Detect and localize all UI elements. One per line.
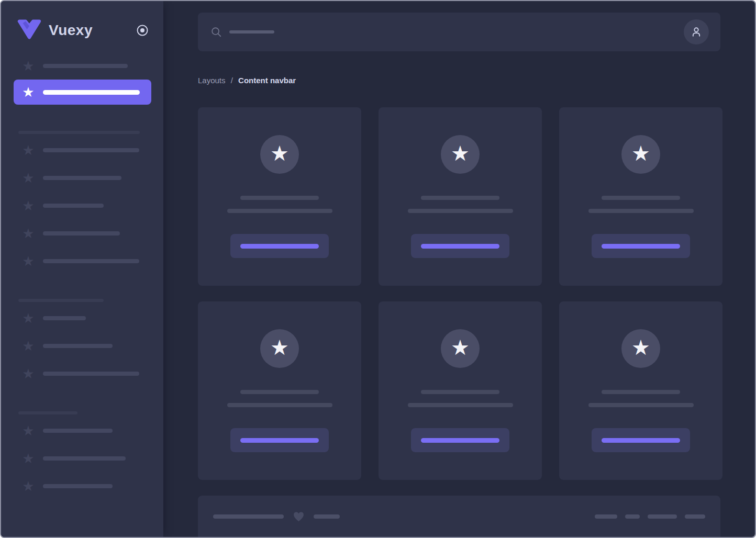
button-label-skeleton	[421, 438, 499, 443]
feature-card: ★	[198, 107, 361, 286]
menu-label-skeleton	[43, 316, 86, 320]
star-icon: ★	[22, 199, 35, 212]
sidebar-item[interactable]: ★	[22, 312, 151, 324]
card-action-button[interactable]	[592, 428, 690, 452]
card-action-button[interactable]	[411, 234, 509, 258]
menu-label-skeleton	[43, 484, 113, 488]
footer-link-skeleton[interactable]	[648, 514, 677, 519]
star-icon: ★	[270, 134, 289, 173]
footer-row	[213, 510, 705, 523]
card-avatar: ★	[621, 329, 660, 368]
sidebar-item[interactable]: ★	[22, 480, 151, 492]
sidebar-section-divider	[18, 299, 104, 302]
breadcrumb-separator: /	[231, 76, 233, 85]
search-placeholder-skeleton	[229, 30, 274, 33]
user-avatar-button[interactable]	[684, 19, 709, 44]
vuexy-logo-icon	[17, 19, 42, 41]
menu-label-skeleton	[43, 64, 128, 68]
sidebar-section-divider	[18, 131, 140, 134]
footer	[198, 496, 720, 538]
card-text-skeleton	[602, 390, 680, 394]
card-avatar: ★	[441, 135, 480, 174]
menu-label-skeleton	[43, 456, 126, 461]
card-text-skeleton	[421, 390, 499, 394]
card-avatar: ★	[441, 329, 480, 368]
breadcrumb: Layouts / Content navbar	[198, 76, 720, 85]
footer-text-skeleton	[314, 514, 340, 519]
sidebar-item[interactable]: ★	[22, 199, 151, 212]
sidebar-item[interactable]: ★	[22, 424, 151, 437]
sidebar-item[interactable]: ★	[22, 60, 151, 72]
sidebar-item-active[interactable]: ★	[14, 80, 151, 105]
sidebar-item[interactable]: ★	[22, 367, 151, 380]
menu-label-skeleton	[43, 204, 104, 208]
card-action-button[interactable]	[230, 234, 329, 258]
footer-links-group	[595, 514, 705, 519]
sidebar-item[interactable]: ★	[22, 227, 151, 240]
star-icon: ★	[22, 60, 35, 72]
card-action-button[interactable]	[592, 234, 690, 258]
star-icon: ★	[631, 134, 650, 173]
card-text-skeleton	[240, 390, 319, 394]
brand: Vuexy	[17, 19, 93, 41]
sidebar-item[interactable]: ★	[22, 452, 151, 465]
sidebar-item[interactable]: ★	[22, 144, 151, 156]
star-icon: ★	[22, 480, 35, 492]
footer-left-group	[213, 510, 340, 523]
footer-link-skeleton[interactable]	[685, 514, 705, 519]
sidebar-item[interactable]: ★	[22, 172, 151, 184]
heart-icon	[292, 510, 305, 523]
feature-card: ★	[379, 301, 542, 480]
star-icon: ★	[451, 328, 470, 367]
star-icon: ★	[22, 227, 35, 240]
breadcrumb-current: Content navbar	[238, 76, 296, 85]
card-action-button[interactable]	[230, 428, 329, 452]
feature-card: ★	[559, 301, 722, 480]
button-label-skeleton	[421, 244, 499, 249]
feature-card: ★	[198, 301, 361, 480]
footer-text-skeleton	[213, 514, 284, 519]
card-action-button[interactable]	[411, 428, 509, 452]
star-icon: ★	[22, 312, 35, 324]
card-avatar: ★	[260, 135, 299, 174]
star-icon: ★	[22, 86, 35, 98]
menu-label-skeleton	[43, 176, 121, 180]
card-text-skeleton	[602, 196, 680, 200]
card-avatar: ★	[621, 135, 660, 174]
menu-label-skeleton	[43, 148, 139, 152]
footer-link-skeleton[interactable]	[595, 514, 617, 519]
button-label-skeleton	[240, 438, 319, 443]
star-icon: ★	[22, 367, 35, 380]
footer-link-skeleton[interactable]	[625, 514, 640, 519]
sidebar-item[interactable]: ★	[22, 340, 151, 352]
card-text-skeleton	[408, 403, 513, 407]
search-icon[interactable]	[210, 26, 222, 38]
card-text-skeleton	[408, 209, 513, 213]
menu-label-skeleton	[43, 429, 113, 433]
card-text-skeleton	[588, 209, 694, 213]
star-icon: ★	[22, 424, 35, 437]
star-icon: ★	[22, 144, 35, 156]
card-text-skeleton	[240, 196, 319, 200]
card-avatar: ★	[260, 329, 299, 368]
menu-label-skeleton	[43, 344, 113, 348]
sidebar-header: Vuexy	[1, 1, 163, 60]
card-text-skeleton	[421, 196, 499, 200]
star-icon: ★	[631, 328, 650, 367]
button-label-skeleton	[602, 244, 680, 249]
star-icon: ★	[22, 340, 35, 352]
app-window: Vuexy ★★★★★★★★★★★★★	[0, 0, 756, 538]
sidebar: Vuexy ★★★★★★★★★★★★★	[1, 1, 163, 537]
sidebar-section-divider	[18, 411, 77, 414]
card-grid: ★★★★★★	[198, 107, 720, 480]
menu-label-skeleton	[43, 231, 120, 236]
breadcrumb-parent[interactable]: Layouts	[198, 76, 226, 85]
nav-pin-toggle-icon[interactable]	[136, 24, 149, 37]
sidebar-item[interactable]: ★	[22, 255, 151, 267]
card-text-skeleton	[588, 403, 694, 407]
main-content: Layouts / Content navbar ★★★★★★	[163, 1, 755, 537]
card-text-skeleton	[227, 209, 332, 213]
button-label-skeleton	[240, 244, 319, 249]
star-icon: ★	[22, 452, 35, 465]
star-icon: ★	[451, 134, 470, 173]
